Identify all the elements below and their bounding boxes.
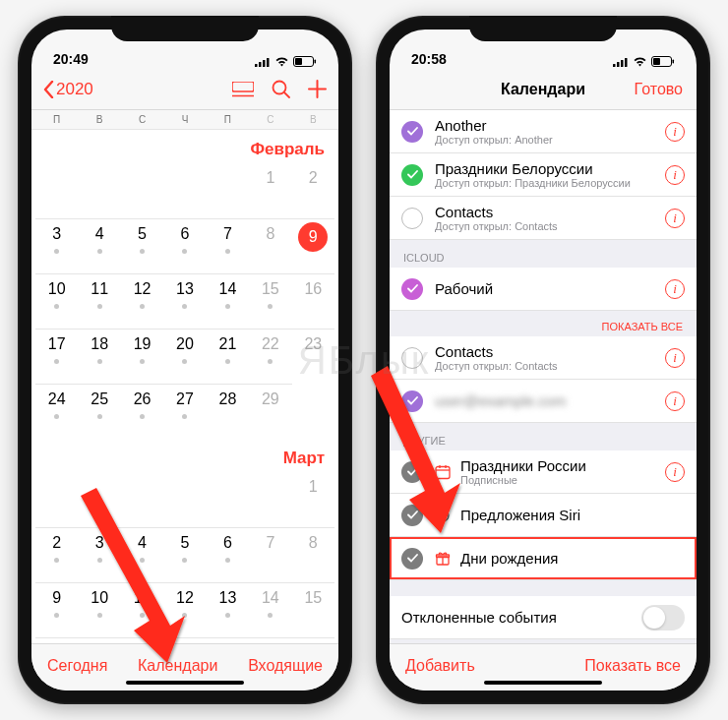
show-all-link[interactable]: ПОКАЗАТЬ ВСЕ [390,311,697,336]
add-icon[interactable] [308,80,327,98]
info-icon[interactable]: i [665,209,685,228]
day-cell[interactable]: 27 [163,384,206,439]
day-number: 22 [262,335,279,353]
check-circle[interactable] [401,548,423,570]
day-cell[interactable]: 14 [249,582,291,637]
info-icon[interactable]: i [665,462,685,482]
day-cell[interactable]: 7 [249,527,291,582]
check-circle[interactable] [401,461,423,483]
day-cell[interactable]: 16 [35,637,78,643]
day-cell[interactable]: 4 [121,527,163,582]
day-cell[interactable]: 29 [249,384,291,439]
day-cell[interactable]: 4 [78,218,120,273]
event-dot [54,414,59,419]
declined-toggle[interactable] [641,605,685,630]
day-cell[interactable]: 15 [249,273,291,329]
day-cell[interactable]: 8 [292,527,334,582]
calendar-row[interactable]: Рабочийi [390,268,697,311]
check-circle[interactable] [401,390,423,412]
info-icon[interactable]: i [665,348,685,368]
day-cell[interactable]: 21 [249,637,291,643]
back-button[interactable]: 2020 [43,80,93,99]
check-circle[interactable] [401,505,423,526]
day-cell[interactable]: 1 [292,472,334,527]
day-cell[interactable]: 10 [78,582,120,637]
day-cell[interactable]: 6 [163,218,206,273]
day-cell[interactable]: 18 [121,637,163,643]
day-cell[interactable]: 3 [78,527,120,582]
day-cell[interactable]: 11 [78,273,120,329]
day-cell[interactable]: 11 [121,582,163,637]
inbox-button[interactable]: Входящие [248,657,323,675]
day-cell[interactable]: 18 [78,329,120,384]
list-view-icon[interactable] [232,82,254,97]
event-dot [182,304,187,309]
day-cell[interactable]: 13 [207,582,249,637]
day-cell[interactable]: 15 [292,582,334,637]
check-circle[interactable] [401,208,423,229]
calendar-row[interactable]: Дни рождения [390,537,697,580]
day-cell[interactable]: 3 [35,218,78,273]
day-cell[interactable]: 20 [207,637,249,643]
check-circle[interactable] [401,347,423,369]
day-number: 11 [134,589,152,607]
day-cell[interactable]: 21 [207,329,249,384]
calendar-row[interactable]: ContactsДоступ открыл: Contactsi [390,197,697,240]
today-button[interactable]: Сегодня [47,657,107,675]
day-cell[interactable]: 23 [292,329,334,384]
calendar-row[interactable]: ContactsДоступ открыл: Contactsi [390,336,697,380]
day-cell[interactable]: 8 [249,218,291,273]
day-cell[interactable]: 28 [207,384,249,439]
search-icon[interactable] [272,80,290,98]
day-cell[interactable]: 16 [292,273,334,329]
day-cell[interactable]: 17 [35,329,78,384]
chevron-left-icon [43,81,54,98]
day-cell[interactable]: 1 [249,163,291,218]
day-cell[interactable]: 6 [207,527,249,582]
day-cell[interactable]: 9 [292,218,334,273]
info-icon[interactable]: i [665,279,685,299]
day-cell[interactable]: 7 [207,218,249,273]
calendar-row[interactable]: Предложения Siri [390,494,697,537]
calendars-list[interactable]: AnotherДоступ открыл: AnotheriПраздники … [390,110,697,643]
day-cell[interactable]: 5 [121,218,163,273]
info-icon[interactable]: i [665,165,685,185]
check-circle[interactable] [401,164,423,186]
row-title: Contacts [435,204,665,220]
done-button[interactable]: Готово [635,81,683,98]
declined-events-row[interactable]: Отклоненные события [390,596,697,639]
check-circle[interactable] [401,121,423,143]
day-cell[interactable]: 10 [35,273,78,329]
calendar-row[interactable]: user@example.comi [390,380,697,423]
show-all-button[interactable]: Показать все [584,657,681,675]
day-cell[interactable]: 13 [163,273,206,329]
day-cell[interactable]: 2 [292,163,334,218]
calendar-row[interactable]: AnotherДоступ открыл: Anotheri [390,110,697,153]
day-cell[interactable]: 20 [163,329,206,384]
home-indicator[interactable] [484,681,602,685]
day-cell[interactable]: 17 [78,637,120,643]
home-indicator[interactable] [126,681,244,685]
info-icon[interactable]: i [665,391,685,411]
day-cell[interactable]: 22 [292,637,334,643]
day-number: 19 [134,335,152,353]
calendar-row[interactable]: Праздники БелоруссииДоступ открыл: Празд… [390,153,697,197]
day-cell[interactable]: 14 [207,273,249,329]
add-calendar-button[interactable]: Добавить [405,657,475,675]
calendars-button[interactable]: Календари [138,657,217,675]
day-cell[interactable]: 22 [249,329,291,384]
info-icon[interactable]: i [665,122,685,142]
calendar-body[interactable]: Февраль123456789101112131415161718192021… [31,130,338,643]
calendar-row[interactable]: Праздники РоссииПодписныеi [390,450,697,494]
day-cell[interactable]: 2 [35,527,78,582]
day-cell[interactable]: 9 [35,582,78,637]
day-cell[interactable]: 12 [163,582,206,637]
day-cell[interactable]: 25 [78,384,120,439]
day-cell[interactable]: 19 [121,329,163,384]
day-cell[interactable]: 19 [163,637,206,643]
check-circle[interactable] [401,278,423,300]
day-cell[interactable]: 12 [121,273,163,329]
day-cell[interactable]: 5 [163,527,206,582]
day-cell[interactable]: 26 [121,384,163,439]
day-cell[interactable]: 24 [35,384,78,439]
